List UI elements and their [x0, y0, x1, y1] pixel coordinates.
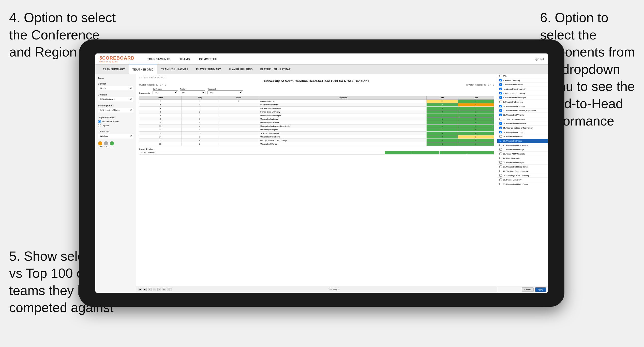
dropdown-checkbox[interactable] [499, 114, 502, 116]
dropdown-checkbox[interactable] [499, 165, 502, 168]
dropdown-item[interactable]: 4. Arizona State University [497, 87, 548, 91]
dropdown-item[interactable]: 14. University of Oklahoma [497, 121, 548, 126]
nav-signout[interactable]: Sign out [534, 58, 544, 61]
table-row: 4 1 Arizona State University 5 1 [139, 107, 494, 110]
subnav-player-summary[interactable]: PLAYER SUMMARY [192, 65, 224, 74]
conference-filter: Conference (All) [153, 88, 178, 94]
region-select[interactable]: (All) [180, 90, 205, 94]
toolbar-clock[interactable]: 🕐 [167, 288, 172, 291]
colour-by-select[interactable]: Win/loss [98, 134, 133, 138]
cell-opponent: University of Washington [259, 114, 427, 117]
cell-conf [218, 139, 259, 142]
dropdown-checkbox[interactable] [499, 148, 502, 151]
cell-rank: 16 [139, 142, 182, 146]
conference-select[interactable]: (All) [153, 90, 178, 94]
school-select[interactable]: 1. University of Nort... [98, 108, 133, 112]
dropdown-checkbox[interactable] [499, 152, 502, 155]
toolbar-pin[interactable]: ⊕ [162, 288, 166, 291]
subnav-player-h2h-grid[interactable]: PLAYER H2H GRID [225, 65, 256, 74]
dropdown-checkbox[interactable] [499, 170, 502, 172]
dropdown-item[interactable]: 16. University of Florida [497, 130, 548, 134]
dropdown-item[interactable]: 20. University of Texas [497, 139, 548, 143]
dropdown-checkbox[interactable] [499, 75, 502, 77]
dropdown-checkbox[interactable] [499, 174, 502, 177]
dropdown-item[interactable]: 15. Georgia Institute of Technology [497, 126, 548, 130]
radio-top-100[interactable]: Top 100 [98, 124, 133, 127]
cell-win: 5 [427, 139, 458, 142]
dropdown-checkbox[interactable] [499, 157, 502, 159]
dropdown-item[interactable]: 13. Texas Tech University [497, 117, 548, 121]
dropdown-checkbox[interactable] [499, 109, 502, 112]
subnav-player-h2h-heatmap[interactable]: PLAYER H2H HEATMAP [257, 65, 294, 74]
dropdown-checkbox[interactable] [499, 79, 502, 81]
cell-reg: 6 [181, 124, 218, 128]
dropdown-item[interactable]: 18. University of Illinois [497, 134, 548, 139]
dropdown-checkbox[interactable] [499, 144, 502, 146]
toolbar-back[interactable]: ◀ [138, 288, 142, 291]
dropdown-checkbox[interactable] [499, 140, 502, 142]
dropdown-item[interactable]: 11. University of Arkansas, Fayetteville [497, 108, 548, 113]
dropdown-checkbox[interactable] [499, 118, 502, 120]
opponent-select[interactable]: (All) [207, 90, 243, 94]
toolbar-copy[interactable]: ⎘ [157, 288, 161, 291]
dropdown-item[interactable]: 29. San Diego State University [497, 173, 548, 178]
dropdown-item[interactable]: 27. University of Notre Dame [497, 165, 548, 169]
cancel-button[interactable]: Cancel [522, 287, 534, 292]
subnav-team-h2h-heatmap[interactable]: TEAM H2H HEATMAP [158, 65, 192, 74]
dropdown-checkbox[interactable] [499, 135, 502, 138]
toolbar-refresh[interactable]: ↺ [148, 288, 152, 291]
dropdown-item[interactable]: 22. University of Georgia [497, 147, 548, 152]
dropdown-item[interactable]: 30. Purdue University [497, 178, 548, 182]
cell-win: 1 [427, 124, 458, 128]
dropdown-checkbox[interactable] [499, 127, 502, 129]
toolbar-forward[interactable]: ▶ [143, 288, 147, 291]
dropdown-item-label: 10. University of Alabama [503, 105, 525, 107]
dropdown-item[interactable]: 25. University of Oregon [497, 160, 548, 165]
dropdown-item[interactable]: (All) [497, 74, 548, 78]
dropdown-checkbox[interactable] [499, 96, 502, 99]
division-select[interactable]: NCAA Division I [98, 97, 133, 101]
cell-win: 1 [427, 128, 458, 132]
cell-conf [218, 117, 259, 121]
cell-loss: 2 [458, 135, 494, 139]
radio-opponents-played[interactable]: Opponents Played [98, 120, 133, 123]
dropdown-checkbox[interactable] [499, 101, 502, 103]
dropdown-checkbox[interactable] [499, 183, 502, 185]
dropdown-item[interactable]: 3. Vanderbilt University [497, 82, 548, 87]
gender-select[interactable]: Men's [98, 86, 133, 90]
dropdown-item[interactable]: 6. Florida State University [497, 91, 548, 95]
opponent-view-group: Opponents Played Top 100 [98, 120, 133, 127]
dropdown-checkbox[interactable] [499, 105, 502, 107]
toolbar-home[interactable]: ⌂ [153, 288, 156, 291]
dropdown-item[interactable]: 31. University of North Florida [497, 182, 548, 186]
opponents-label: Opponents: [139, 92, 151, 94]
dropdown-item[interactable]: 23. Texas A&M University [497, 152, 548, 156]
dropdown-item[interactable]: 9. University of Arizona [497, 100, 548, 104]
dropdown-checkbox[interactable] [499, 83, 502, 86]
dropdown-checkbox[interactable] [499, 161, 502, 164]
dropdown-item[interactable]: 10. University of Alabama [497, 104, 548, 108]
dropdown-item[interactable]: 2. Auburn University [497, 78, 548, 82]
dropdown-item[interactable]: 8. University of Washington [497, 95, 548, 100]
nav-committee[interactable]: COMMITTEE [194, 53, 222, 65]
cell-conf [218, 142, 259, 146]
dropdown-item[interactable]: 24. Duke University [497, 156, 548, 160]
cell-rank: 9 [139, 117, 182, 121]
school-label: School (Rank) [98, 104, 133, 107]
subnav-team-summary[interactable]: TEAM SUMMARY [99, 65, 128, 74]
cell-rank: 14 [139, 135, 182, 139]
nav-teams[interactable]: TEAMS [175, 53, 194, 65]
table-row: 13 1 Texas Tech University 3 0 [139, 132, 494, 135]
apply-button[interactable]: Apply [535, 287, 546, 292]
dropdown-item[interactable]: 28. The Ohio State University [497, 169, 548, 173]
dropdown-item[interactable]: 21. University of New Mexico [497, 143, 548, 147]
dropdown-item[interactable]: 12. University of Virginia [497, 113, 548, 117]
cell-loss: 0 [458, 114, 494, 117]
subnav-team-h2h-grid[interactable]: TEAM H2H GRID [129, 65, 157, 74]
nav-tournaments[interactable]: TOURNAMENTS [143, 53, 175, 65]
dropdown-checkbox[interactable] [499, 131, 502, 133]
dropdown-checkbox[interactable] [499, 92, 502, 94]
dropdown-checkbox[interactable] [499, 88, 502, 90]
dropdown-checkbox[interactable] [499, 178, 502, 181]
dropdown-checkbox[interactable] [499, 122, 502, 125]
